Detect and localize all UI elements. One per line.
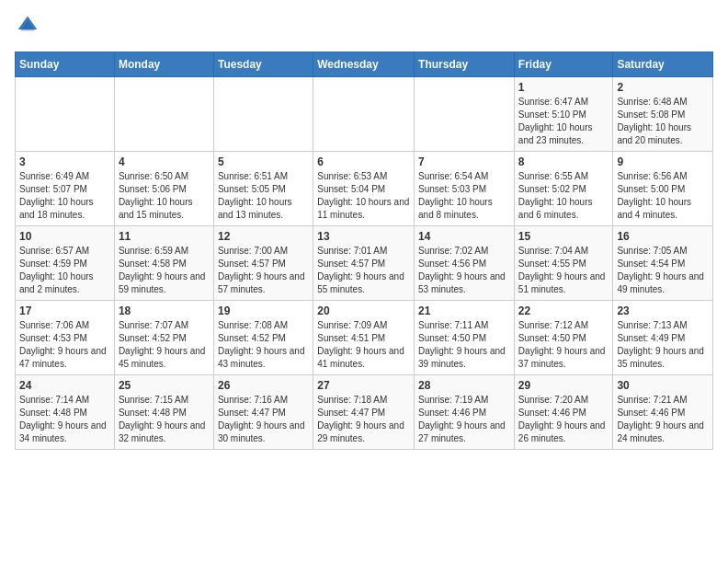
day-cell: 27Sunrise: 7:18 AM Sunset: 4:47 PM Dayli… [313,375,415,450]
day-cell [114,77,213,152]
day-number: 17 [19,304,110,317]
day-number: 27 [317,379,410,392]
day-info: Sunrise: 7:11 AM Sunset: 4:50 PM Dayligh… [418,319,510,371]
day-number: 12 [218,230,309,243]
day-number: 5 [218,155,309,168]
day-cell: 5Sunrise: 6:51 AM Sunset: 5:05 PM Daylig… [213,152,313,226]
day-info: Sunrise: 7:06 AM Sunset: 4:53 PM Dayligh… [19,319,110,371]
day-info: Sunrise: 6:47 AM Sunset: 5:10 PM Dayligh… [518,96,609,147]
day-info: Sunrise: 7:12 AM Sunset: 4:50 PM Dayligh… [518,319,609,371]
day-number: 26 [218,379,309,392]
day-cell: 26Sunrise: 7:16 AM Sunset: 4:47 PM Dayli… [213,375,313,450]
day-info: Sunrise: 7:13 AM Sunset: 4:49 PM Dayligh… [617,319,709,371]
day-number: 6 [317,155,410,168]
day-info: Sunrise: 6:50 AM Sunset: 5:06 PM Dayligh… [119,170,210,222]
calendar-body: 1Sunrise: 6:47 AM Sunset: 5:10 PM Daylig… [16,77,713,450]
day-cell: 14Sunrise: 7:02 AM Sunset: 4:56 PM Dayli… [415,226,515,301]
day-info: Sunrise: 7:18 AM Sunset: 4:47 PM Dayligh… [317,394,410,445]
header-saturday: Saturday [613,52,713,77]
header-row: SundayMondayTuesdayWednesdayThursdayFrid… [16,52,713,77]
day-cell: 4Sunrise: 6:50 AM Sunset: 5:06 PM Daylig… [114,152,213,226]
day-cell: 18Sunrise: 7:07 AM Sunset: 4:52 PM Dayli… [114,301,213,375]
day-info: Sunrise: 7:07 AM Sunset: 4:52 PM Dayligh… [119,319,210,371]
week-row-0: 1Sunrise: 6:47 AM Sunset: 5:10 PM Daylig… [16,77,713,152]
day-cell: 13Sunrise: 7:01 AM Sunset: 4:57 PM Dayli… [313,226,415,301]
day-cell [415,77,515,152]
day-cell: 23Sunrise: 7:13 AM Sunset: 4:49 PM Dayli… [613,301,713,375]
day-cell: 8Sunrise: 6:55 AM Sunset: 5:02 PM Daylig… [514,152,613,226]
day-number: 8 [518,155,609,168]
header-tuesday: Tuesday [213,52,313,77]
header-friday: Friday [514,52,613,77]
day-number: 11 [119,230,210,243]
day-info: Sunrise: 7:02 AM Sunset: 4:56 PM Dayligh… [418,245,510,296]
day-number: 19 [218,304,309,317]
day-cell [213,77,313,152]
week-row-4: 24Sunrise: 7:14 AM Sunset: 4:48 PM Dayli… [16,375,713,450]
day-cell: 25Sunrise: 7:15 AM Sunset: 4:48 PM Dayli… [114,375,213,450]
page-header [15,15,713,40]
day-cell: 30Sunrise: 7:21 AM Sunset: 4:46 PM Dayli… [613,375,713,450]
day-number: 4 [119,155,210,168]
day-number: 14 [418,230,510,243]
day-number: 13 [317,230,410,243]
day-number: 24 [19,379,110,392]
header-sunday: Sunday [16,52,115,77]
day-cell [313,77,415,152]
day-info: Sunrise: 7:09 AM Sunset: 4:51 PM Dayligh… [317,319,410,371]
logo-icon [17,15,39,37]
day-info: Sunrise: 7:04 AM Sunset: 4:55 PM Dayligh… [518,245,609,296]
day-number: 7 [418,155,510,168]
day-info: Sunrise: 6:49 AM Sunset: 5:07 PM Dayligh… [19,170,110,222]
day-cell: 6Sunrise: 6:53 AM Sunset: 5:04 PM Daylig… [313,152,415,226]
day-cell: 12Sunrise: 7:00 AM Sunset: 4:57 PM Dayli… [213,226,313,301]
day-cell: 19Sunrise: 7:08 AM Sunset: 4:52 PM Dayli… [213,301,313,375]
day-number: 29 [518,379,609,392]
day-cell: 10Sunrise: 6:57 AM Sunset: 4:59 PM Dayli… [16,226,115,301]
day-info: Sunrise: 6:48 AM Sunset: 5:08 PM Dayligh… [617,96,709,147]
day-cell: 21Sunrise: 7:11 AM Sunset: 4:50 PM Dayli… [415,301,515,375]
day-cell: 11Sunrise: 6:59 AM Sunset: 4:58 PM Dayli… [114,226,213,301]
day-number: 21 [418,304,510,317]
day-cell: 3Sunrise: 6:49 AM Sunset: 5:07 PM Daylig… [16,152,115,226]
day-number: 20 [317,304,410,317]
day-info: Sunrise: 7:19 AM Sunset: 4:46 PM Dayligh… [418,394,510,445]
day-info: Sunrise: 7:14 AM Sunset: 4:48 PM Dayligh… [19,394,110,445]
day-info: Sunrise: 7:00 AM Sunset: 4:57 PM Dayligh… [218,245,309,296]
day-info: Sunrise: 6:57 AM Sunset: 4:59 PM Dayligh… [19,245,110,296]
day-info: Sunrise: 7:21 AM Sunset: 4:46 PM Dayligh… [617,394,709,445]
day-info: Sunrise: 7:20 AM Sunset: 4:46 PM Dayligh… [518,394,609,445]
day-cell: 22Sunrise: 7:12 AM Sunset: 4:50 PM Dayli… [514,301,613,375]
day-info: Sunrise: 6:59 AM Sunset: 4:58 PM Dayligh… [119,245,210,296]
day-cell: 15Sunrise: 7:04 AM Sunset: 4:55 PM Dayli… [514,226,613,301]
week-row-1: 3Sunrise: 6:49 AM Sunset: 5:07 PM Daylig… [16,152,713,226]
week-row-2: 10Sunrise: 6:57 AM Sunset: 4:59 PM Dayli… [16,226,713,301]
day-info: Sunrise: 7:16 AM Sunset: 4:47 PM Dayligh… [218,394,309,445]
calendar-header: SundayMondayTuesdayWednesdayThursdayFrid… [16,52,713,77]
day-number: 15 [518,230,609,243]
day-info: Sunrise: 6:55 AM Sunset: 5:02 PM Dayligh… [518,170,609,222]
day-number: 28 [418,379,510,392]
week-row-3: 17Sunrise: 7:06 AM Sunset: 4:53 PM Dayli… [16,301,713,375]
day-number: 22 [518,304,609,317]
day-info: Sunrise: 6:56 AM Sunset: 5:00 PM Dayligh… [617,170,709,222]
day-info: Sunrise: 7:15 AM Sunset: 4:48 PM Dayligh… [119,394,210,445]
day-cell: 29Sunrise: 7:20 AM Sunset: 4:46 PM Dayli… [514,375,613,450]
day-cell: 7Sunrise: 6:54 AM Sunset: 5:03 PM Daylig… [415,152,515,226]
day-info: Sunrise: 6:53 AM Sunset: 5:04 PM Dayligh… [317,170,410,222]
day-info: Sunrise: 6:54 AM Sunset: 5:03 PM Dayligh… [418,170,510,222]
day-number: 9 [617,155,709,168]
header-thursday: Thursday [415,52,515,77]
day-cell: 1Sunrise: 6:47 AM Sunset: 5:10 PM Daylig… [514,77,613,152]
header-wednesday: Wednesday [313,52,415,77]
day-cell: 24Sunrise: 7:14 AM Sunset: 4:48 PM Dayli… [16,375,115,450]
calendar-table: SundayMondayTuesdayWednesdayThursdayFrid… [15,52,713,450]
day-cell: 2Sunrise: 6:48 AM Sunset: 5:08 PM Daylig… [613,77,713,152]
day-info: Sunrise: 7:08 AM Sunset: 4:52 PM Dayligh… [218,319,309,371]
header-monday: Monday [114,52,213,77]
day-number: 10 [19,230,110,243]
day-info: Sunrise: 7:05 AM Sunset: 4:54 PM Dayligh… [617,245,709,296]
logo [15,15,39,40]
day-number: 3 [19,155,110,168]
day-number: 16 [617,230,709,243]
